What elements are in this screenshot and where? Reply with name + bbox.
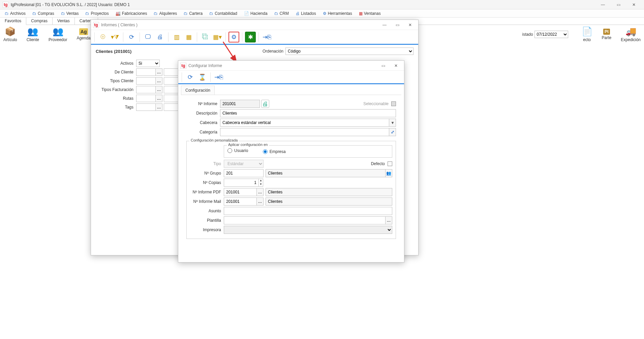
lookup-button[interactable]: … xyxy=(257,188,264,196)
rutas-input[interactable] xyxy=(136,95,156,102)
columns-button[interactable]: ▥ xyxy=(171,32,182,42)
tiposfact-label: Tipos Facturación xyxy=(96,87,136,92)
app-logo: tg xyxy=(180,63,186,69)
exit-button[interactable]: ⇥⎘ xyxy=(213,72,224,83)
app-logo: tg xyxy=(3,2,9,8)
dialog-configurar-informe: tg Configurar Informe ▭ ✕ ⟳ ⌛ ⇥⎘ Configu… xyxy=(178,60,404,263)
grid-button[interactable]: ▦ xyxy=(183,32,194,42)
cabecera-field[interactable] xyxy=(220,119,389,127)
close-button[interactable]: ✕ xyxy=(404,20,416,30)
tab-compras[interactable]: Compras xyxy=(26,18,53,25)
menu-contabilidad[interactable]: 🗀Contabilidad xyxy=(206,9,241,17)
radio-usuario[interactable]: Usuario xyxy=(227,148,248,153)
activos-select[interactable]: Si xyxy=(136,60,160,67)
lookup-button[interactable]: … xyxy=(386,216,392,224)
menu-ventas[interactable]: 🗀Ventas xyxy=(58,9,82,17)
lookup-button[interactable]: … xyxy=(156,77,162,85)
refresh-button[interactable]: ⟳ xyxy=(185,72,195,83)
menu-listados[interactable]: 🖨Listados xyxy=(292,9,319,17)
filter-button[interactable]: ▾⧩ xyxy=(110,32,120,42)
menu-cartera[interactable]: 🗀Cartera xyxy=(180,9,206,17)
hourglass-button[interactable]: ⌛ xyxy=(197,72,208,83)
ribbon-articulo[interactable]: 📦Artículo xyxy=(3,26,17,42)
npdf-label: Nº Informe PDF xyxy=(190,190,224,194)
categoria-field[interactable] xyxy=(220,128,389,136)
group-legend: Configuración personalizada xyxy=(189,138,239,142)
decliente-input[interactable] xyxy=(136,68,156,76)
ordenacion-select[interactable]: Código xyxy=(285,48,413,55)
section-header: Clientes (201001) xyxy=(96,49,131,54)
minimize-button[interactable]: — xyxy=(595,0,610,9)
maximize-button[interactable]: ▭ xyxy=(391,20,403,30)
lookup-button[interactable]: … xyxy=(156,86,162,93)
ribbon-expedicion[interactable]: 🚚Expedición xyxy=(621,26,641,42)
app-titlebar: tg tgProfesional [01 - TG EVOLUCIÓN S.L.… xyxy=(0,0,644,9)
menu-proyectos[interactable]: 🗀Proyectos xyxy=(82,9,112,17)
impresora-label: Impresora xyxy=(190,227,224,232)
tiposfact-input[interactable] xyxy=(136,86,156,93)
lookup-button[interactable]: … xyxy=(257,197,264,206)
copy-button[interactable]: ⿻ xyxy=(200,32,211,42)
ngrupo-field[interactable] xyxy=(224,169,264,177)
menu-herramientas[interactable]: ⚙Herramientas xyxy=(319,9,356,17)
factory-icon: 🏭 xyxy=(116,11,121,16)
defecto-checkbox[interactable] xyxy=(388,161,392,166)
decliente-label: De Cliente xyxy=(96,70,136,74)
tab-favoritos[interactable]: Favoritos xyxy=(0,18,26,25)
truck-icon: 🚚 xyxy=(625,26,636,37)
people-lookup-button[interactable]: 👥 xyxy=(386,169,392,177)
maximize-button[interactable]: ▭ xyxy=(377,61,389,70)
descripcion-label: Descripción xyxy=(186,111,220,116)
window-title: Informes ( Clientes ) xyxy=(101,23,137,27)
radio-empresa[interactable]: Empresa xyxy=(263,149,286,154)
lookup-button[interactable]: … xyxy=(156,95,162,102)
ninforme-field xyxy=(220,100,260,108)
ribbon-proveedor[interactable]: 👥Proveedor xyxy=(49,26,67,42)
folder-icon: 🗀 xyxy=(61,11,65,16)
close-button[interactable]: ✕ xyxy=(626,0,641,9)
menu-compras[interactable]: 🗀Compras xyxy=(29,9,58,17)
lookup-button[interactable]: … xyxy=(156,103,162,111)
tiposcliente-input[interactable] xyxy=(136,77,156,85)
ribbon-cliente[interactable]: 👥Cliente xyxy=(27,26,39,42)
menu-alquileres[interactable]: 🗀Alquileres xyxy=(150,9,180,17)
menu-archivos[interactable]: 🗀Archivos xyxy=(1,9,29,17)
lookup-button[interactable]: … xyxy=(156,68,162,76)
npdf-field[interactable] xyxy=(224,188,257,196)
expand-button[interactable]: ⦾ xyxy=(97,32,108,42)
maximize-button[interactable]: ▭ xyxy=(611,0,626,9)
tags-input[interactable] xyxy=(136,103,156,111)
nmail-desc xyxy=(266,197,392,206)
menu-hacienda[interactable]: 📄Hacienda xyxy=(241,9,271,17)
ncopias-field[interactable] xyxy=(224,179,259,187)
minimize-button[interactable]: — xyxy=(378,20,391,30)
spin-up[interactable]: ▲ xyxy=(259,179,263,183)
dialog-toolbar: ⟳ ⌛ ⇥⎘ xyxy=(178,71,404,84)
descripcion-field[interactable] xyxy=(220,109,396,117)
refresh-button[interactable]: ⟳ xyxy=(126,32,137,42)
menu-crm[interactable]: 🗀CRM xyxy=(271,9,292,17)
export-button[interactable]: ▦▾ xyxy=(212,32,223,42)
ribbon-ecto[interactable]: 📄ecto xyxy=(582,26,592,42)
spin-down[interactable]: ▼ xyxy=(259,183,263,186)
plantilla-field[interactable] xyxy=(224,216,386,224)
print-icon-button[interactable]: 🖨 xyxy=(261,100,269,108)
menu-fabricaciones[interactable]: 🏭Fabricaciones xyxy=(112,9,151,17)
tree-button[interactable]: ⤢ xyxy=(389,128,396,136)
print-button[interactable]: 🖨 xyxy=(155,32,165,42)
ribbon-agenda[interactable]: AgAgenda xyxy=(76,28,90,40)
dropdown-button[interactable]: ▾ xyxy=(389,119,396,127)
tab-configuracion[interactable]: Configuración xyxy=(181,86,215,95)
favorite-button[interactable]: ✱ xyxy=(245,32,256,42)
asunto-field[interactable] xyxy=(224,207,392,215)
tab-ventas[interactable]: Ventas xyxy=(53,18,75,25)
ribbon-parte[interactable]: PtParte xyxy=(602,29,612,40)
impresora-select[interactable] xyxy=(224,226,392,234)
menu-ventanas[interactable]: ▦Ventanas xyxy=(356,9,384,17)
exit-button[interactable]: ⇥⎘ xyxy=(262,32,272,42)
config-button[interactable]: ⚙ xyxy=(228,32,239,42)
screen-button[interactable]: 🖵 xyxy=(143,32,153,42)
istado-date[interactable]: 07/12/2022 xyxy=(534,31,568,38)
close-button[interactable]: ✕ xyxy=(390,61,402,70)
nmail-field[interactable] xyxy=(224,197,257,206)
